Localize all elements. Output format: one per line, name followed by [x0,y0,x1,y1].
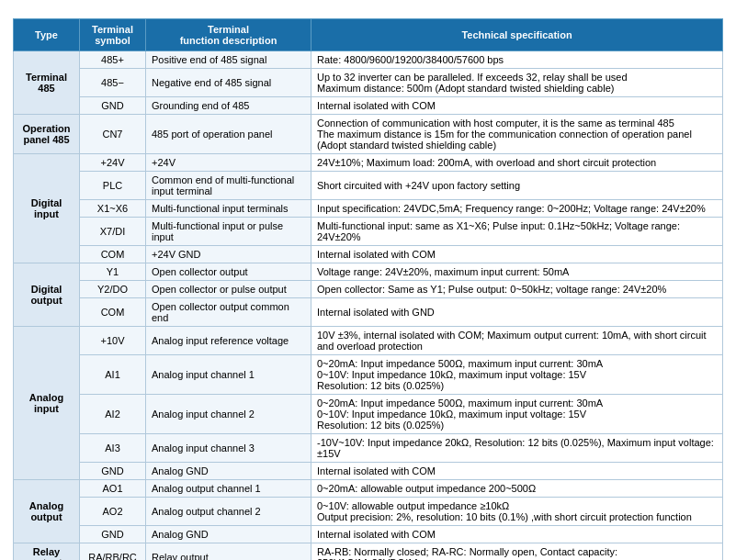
desc-cell: Open collector or pulse output [146,281,311,298]
symbol-cell: Y2/DO [80,281,146,298]
symbol-cell: X1~X6 [80,200,146,218]
spec-cell: Internal isolated with COM [311,463,723,480]
table-row: COMOpen collector output common endInter… [14,298,723,327]
table-row: Digital input+24V+24V24V±10%; Maximum lo… [14,154,723,172]
desc-cell: Analog GND [146,463,311,480]
type-cell: Analog output [14,480,80,543]
desc-cell: +24V [146,154,311,172]
type-cell: Analog input [14,327,80,480]
table-row: AO2Analog output channel 20~10V: allowab… [14,498,723,526]
desc-cell: Common end of multi-functional input ter… [146,172,311,200]
spec-cell: Internal isolated with GND [311,298,723,327]
desc-cell: Analog input reference voltage [146,327,311,355]
desc-cell: Negative end of 485 signal [146,69,311,97]
symbol-cell: AI3 [80,434,146,463]
table-row: COM+24V GNDInternal isolated with COM [14,246,723,263]
table-row: GNDAnalog GNDInternal isolated with COM [14,526,723,543]
desc-cell: Relay output [146,543,311,561]
symbol-cell: CN7 [80,115,146,154]
spec-cell: Internal isolated with COM [311,526,723,543]
header-symbol: Terminal symbol [80,19,146,51]
desc-cell: Analog input channel 2 [146,395,311,434]
spec-cell: Internal isolated with COM [311,246,723,263]
symbol-cell: AI1 [80,355,146,395]
type-cell: Relay output [14,543,80,561]
spec-cell: Internal isolated with COM [311,97,723,115]
table-row: PLCCommon end of multi-functional input … [14,172,723,200]
table-row: Analog outputAO1Analog output channel 10… [14,480,723,498]
header-desc: Terminalfunction description [146,19,311,51]
symbol-cell: AO1 [80,480,146,498]
spec-cell: -10V~10V: Input impedance 20kΩ, Resoluti… [311,434,723,463]
spec-cell: 10V ±3%, internal isolated with COM; Max… [311,327,723,355]
spec-cell: RA-RB: Normally closed; RA-RC: Normally … [311,543,723,561]
table-row: Operation panel 485CN7485 port of operat… [14,115,723,154]
symbol-cell: 485− [80,69,146,97]
table-row: Y2/DOOpen collector or pulse outputOpen … [14,281,723,298]
desc-cell: Positive end of 485 signal [146,51,311,69]
spec-cell: Voltage range: 24V±20%, maximum input cu… [311,263,723,281]
table-row: AI2Analog input channel 20~20mA: Input i… [14,395,723,434]
desc-cell: 485 port of operation panel [146,115,311,154]
type-cell: Digital input [14,154,80,263]
spec-cell: Connection of communication with host co… [311,115,723,154]
type-cell: Terminal 485 [14,51,80,115]
desc-cell: Analog output channel 2 [146,498,311,526]
table-row: Digital outputY1Open collector outputVol… [14,263,723,281]
table-row: X1~X6Multi-functional input terminalsInp… [14,200,723,218]
table-row: GNDGrounding end of 485Internal isolated… [14,97,723,115]
desc-cell: Analog input channel 1 [146,355,311,395]
symbol-cell: RA/RB/RC [80,543,146,561]
spec-cell: Rate: 4800/9600/19200/38400/57600 bps [311,51,723,69]
terminal-function-table: Type Terminal symbol Terminalfunction de… [13,18,723,560]
table-row: X7/DIMulti-functional input or pulse inp… [14,218,723,246]
symbol-cell: +10V [80,327,146,355]
symbol-cell: +24V [80,154,146,172]
spec-cell: Up to 32 inverter can be paralleled. If … [311,69,723,97]
symbol-cell: COM [80,246,146,263]
symbol-cell: PLC [80,172,146,200]
spec-cell: Short circuited with +24V upon factory s… [311,172,723,200]
desc-cell: +24V GND [146,246,311,263]
spec-cell: 0~20mA: Input impedance 500Ω, maximum in… [311,355,723,395]
type-cell: Operation panel 485 [14,115,80,154]
desc-cell: Open collector output [146,263,311,281]
spec-cell: Open collector: Same as Y1; Pulse output… [311,281,723,298]
spec-cell: 0~20mA: allowable output impedance 200~5… [311,480,723,498]
desc-cell: Analog input channel 3 [146,434,311,463]
symbol-cell: GND [80,526,146,543]
header-spec: Technical specification [311,19,723,51]
header-type: Type [14,19,80,51]
spec-cell: 0~20mA: Input impedance 500Ω, maximum in… [311,395,723,434]
table-row: AI1Analog input channel 10~20mA: Input i… [14,355,723,395]
table-row: Terminal 485485+Positive end of 485 sign… [14,51,723,69]
spec-cell: 24V±10%; Maximum load: 200mA, with overl… [311,154,723,172]
symbol-cell: 485+ [80,51,146,69]
symbol-cell: Y1 [80,263,146,281]
spec-cell: Input specification: 24VDC,5mA; Frequenc… [311,200,723,218]
desc-cell: Grounding end of 485 [146,97,311,115]
table-row: Analog input+10VAnalog input reference v… [14,327,723,355]
spec-cell: 0~10V: allowable output impedance ≥10kΩ … [311,498,723,526]
desc-cell: Analog output channel 1 [146,480,311,498]
symbol-cell: COM [80,298,146,327]
table-row: AI3Analog input channel 3-10V~10V: Input… [14,434,723,463]
symbol-cell: GND [80,463,146,480]
table-row: 485−Negative end of 485 signalUp to 32 i… [14,69,723,97]
symbol-cell: X7/DI [80,218,146,246]
symbol-cell: GND [80,97,146,115]
desc-cell: Open collector output common end [146,298,311,327]
type-cell: Digital output [14,263,80,327]
spec-cell: Multi-functional input: same as X1~X6; P… [311,218,723,246]
table-row: GNDAnalog GNDInternal isolated with COM [14,463,723,480]
desc-cell: Multi-functional input terminals [146,200,311,218]
desc-cell: Multi-functional input or pulse input [146,218,311,246]
symbol-cell: AI2 [80,395,146,434]
symbol-cell: AO2 [80,498,146,526]
table-row: Relay outputRA/RB/RCRelay outputRA-RB: N… [14,543,723,561]
desc-cell: Analog GND [146,526,311,543]
